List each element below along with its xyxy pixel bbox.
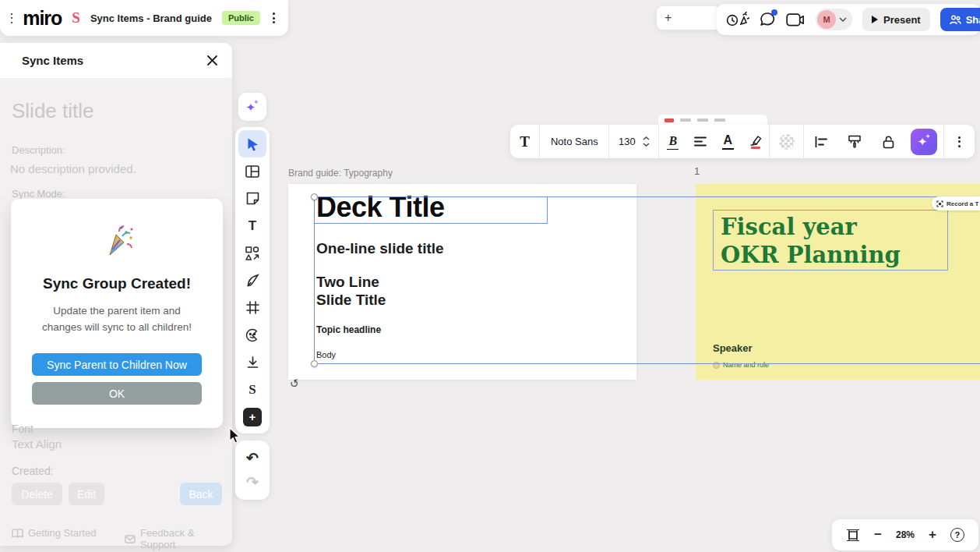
getting-started-link[interactable]: Getting Started [12,527,96,539]
text-format-toolbar: T Noto Sans 130 B A [510,125,975,158]
comments-icon[interactable] [760,12,776,27]
present-button[interactable]: Present [862,8,930,31]
pen-icon [246,274,259,287]
back-button[interactable]: Back [180,483,222,505]
help-icon[interactable]: ? [950,528,964,542]
zoom-toolbar: − 28% + ? [832,519,978,550]
import-icon [246,356,259,369]
fit-to-screen-icon[interactable] [846,529,860,542]
feedback-support-link[interactable]: Feedback & Support [125,527,232,550]
people-icon [950,15,961,25]
ok-button[interactable]: OK [32,382,202,405]
video-call-icon[interactable] [786,13,806,27]
font-label: Font [12,423,33,435]
typography-frame[interactable]: Deck Title One-line slide title Two Line… [288,184,636,380]
sync-parent-button[interactable]: Sync Parent to Children Now [32,353,202,376]
edit-button[interactable]: Edit [69,483,104,505]
miro-logo[interactable]: miro [23,7,62,30]
kebab-icon [956,134,963,150]
user-account-menu[interactable]: M [816,9,852,30]
font-size-stepper[interactable] [643,136,650,147]
two-line-title-text[interactable]: Two LineSlide Title [316,273,386,309]
sync-group-created-modal: Sync Group Created! Update the parent it… [11,199,223,428]
chevron-down-icon [643,143,650,147]
sync-items-tool[interactable]: S [238,376,266,403]
ai-assist-button[interactable]: ✦ ✦ [238,93,266,121]
zoom-level[interactable]: 28% [896,529,915,540]
play-icon [872,16,878,23]
share-button[interactable]: Share [940,8,980,31]
undo-button[interactable]: ↶ [246,451,259,465]
zoom-in-button[interactable]: + [929,527,936,543]
frame-title[interactable]: Brand guide: Typography [288,168,393,179]
close-icon[interactable] [206,55,218,66]
zoom-out-button[interactable]: − [874,527,882,543]
text-tool[interactable]: T [238,212,266,239]
delete-button[interactable]: Delete [12,483,62,505]
more-options-button[interactable] [944,125,975,158]
speaker-name-role[interactable]: Name and role [713,361,769,369]
slide-1[interactable]: Fiscal year OKR Planning Speaker Name an… [696,184,980,380]
sticker-smiley-icon [245,328,259,342]
frame-icon [246,301,259,314]
fill-color-button[interactable] [770,125,803,158]
highlight-color-swatch [751,147,760,149]
shapes-tool[interactable] [238,239,266,267]
pen-tool[interactable] [238,267,266,294]
deck-title-text[interactable]: Deck Title [316,191,444,224]
ai-format-button[interactable]: ✦ ✦ [905,125,943,158]
brush-icon [848,135,862,148]
body-text[interactable]: Body [316,350,336,359]
sticky-note-tool[interactable] [238,185,266,212]
slide-title-textbox[interactable]: Fiscal year OKR Planning [713,210,948,271]
no-fill-swatch [779,134,795,150]
main-menu-icon[interactable] [11,13,12,23]
highlight-color-button[interactable] [742,125,769,158]
lock-open-icon [883,135,894,149]
object-align-button[interactable] [804,125,837,158]
text-color-button[interactable]: A [714,125,742,158]
panel-header: Sync Items [0,43,232,78]
sticky-note-icon [246,192,259,205]
format-brush-button[interactable] [838,125,872,158]
selection-handle-bottom-left[interactable] [311,360,318,367]
reactions-icon[interactable] [726,12,749,27]
add-icon[interactable]: + [664,11,672,25]
selection-handle-top-left[interactable] [311,193,318,200]
one-line-title-text[interactable]: One-line slide title [316,240,444,257]
notification-dot [771,9,777,16]
font-family-select[interactable]: Noto Sans [540,125,608,158]
panel-title: Sync Items [22,54,83,67]
stickers-tool[interactable] [238,321,266,349]
background-popup-partial [658,115,767,126]
visibility-badge[interactable]: Public [222,11,260,25]
lock-button[interactable] [872,125,905,158]
redo-button[interactable]: ↷ [246,475,259,490]
font-size-control[interactable]: 130 [609,125,658,158]
slide-title-field[interactable]: Slide title [12,99,94,123]
cursor-icon [246,137,259,151]
history-toolbar: ↶ ↷ [235,441,270,500]
speaker-label[interactable]: Speaker [713,342,753,354]
record-talktrack-button[interactable]: Record a T [932,196,980,211]
bold-button[interactable]: B [659,125,686,158]
templates-tool[interactable] [238,157,266,185]
text-align-button[interactable] [686,125,714,158]
import-tool[interactable] [238,349,266,376]
slide-number: 1 [694,165,700,177]
topic-headline-text[interactable]: Topic headline [316,324,381,335]
frame-tool[interactable] [238,294,266,321]
add-apps-tool[interactable]: + [238,403,266,430]
align-left-icon [694,136,707,147]
mail-icon [125,535,136,543]
text-style-button[interactable]: T [510,125,539,158]
board-title[interactable]: Sync Items - Brand guide [90,12,212,24]
templates-icon [245,165,259,178]
board-menu-icon[interactable] [270,10,277,26]
highlighter-icon [749,135,762,146]
sync-mode-label: Sync Mode: [12,188,65,200]
select-tool[interactable] [238,130,266,157]
modal-title: Sync Group Created! [43,275,191,292]
align-objects-icon [815,136,827,147]
chevron-up-icon [643,136,650,140]
